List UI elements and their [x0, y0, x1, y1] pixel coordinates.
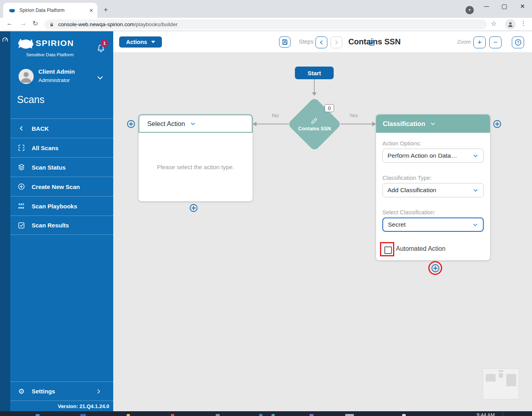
select-classification-label: Select Classification: [382, 209, 435, 216]
add-node-below-select-action-button[interactable] [189, 203, 198, 213]
minimap-select-action-node [486, 374, 496, 382]
add-node-left-button[interactable] [126, 119, 136, 129]
minimap-classification-node [506, 374, 516, 386]
playbook-canvas[interactable]: Start No Yes Cont [113, 53, 532, 411]
taskbar-icon[interactable] [127, 414, 130, 416]
chevron-down-icon [473, 187, 479, 193]
taskbar-separator [503, 412, 503, 416]
notification-badge: 1 [101, 39, 108, 47]
chevron-down-icon [472, 222, 478, 228]
sidebar: SPIRION Sensitive Data Platform 1 Client… [10, 31, 113, 411]
taskbar-icon[interactable] [36, 414, 40, 416]
spirion-lynx-logo-icon [17, 38, 35, 50]
app-page: SPIRION Sensitive Data Platform 1 Client… [0, 31, 532, 411]
taskbar-clock: 9:44 AM [477, 412, 495, 416]
bookmark-star-icon[interactable]: ☆ [491, 20, 496, 27]
pencil-icon [311, 117, 318, 124]
user-menu[interactable]: Client Admin Administrator [10, 67, 113, 89]
version-label: Version: 21.Q4.1.24.0 [10, 401, 113, 411]
os-taskbar[interactable]: 9:44 AM [0, 411, 532, 416]
sidebar-item-scan-results[interactable]: Scan Results [10, 216, 113, 235]
taskbar-icon[interactable] [402, 414, 406, 416]
select-action-card: Select Action Please select the action t… [139, 114, 253, 201]
gear-icon: ⚙ [17, 387, 26, 396]
layers-icon [17, 163, 26, 172]
automated-action-label: Automated Action [396, 245, 445, 252]
action-options-select[interactable]: Perform Action on Data… [382, 149, 484, 163]
media-controls-icon[interactable]: ▼ [466, 6, 474, 14]
browser-tab[interactable]: Spirion Data Platform ✕ [3, 3, 97, 18]
action-options-label: Action Options: [382, 140, 421, 147]
taskbar-icon[interactable] [80, 414, 86, 416]
zoom-label: Zoom [457, 39, 471, 45]
sidebar-item-create-new-scan[interactable]: Create New Scan [10, 177, 113, 196]
url-text: console-web.newqa-spirion.com/playbooks/… [58, 21, 178, 27]
window-minimize-button[interactable]: — [481, 2, 492, 10]
select-action-placeholder: Please select the action type. [157, 164, 234, 170]
section-title: Scans [17, 94, 44, 105]
svg-text:?: ? [517, 40, 519, 44]
browser-back-button[interactable]: ← [6, 19, 13, 27]
classification-type-label: Classification Type: [382, 175, 432, 181]
arrowhead-down [312, 92, 317, 96]
main-area: Actions Steps Contains SSN Zoom [113, 31, 532, 411]
sidebar-item-back[interactable]: BACK [10, 118, 113, 138]
taskbar-icon[interactable] [171, 414, 174, 416]
sidebar-item-settings[interactable]: ⚙ Settings [10, 382, 113, 401]
taskbar-icon[interactable] [272, 414, 275, 416]
brand-tagline: Sensitive Data Platform [26, 52, 74, 57]
decision-count-badge: 0 [325, 104, 334, 112]
window-close-button[interactable]: ✕ [517, 2, 528, 10]
browser-forward-button[interactable]: → [20, 19, 27, 27]
add-node-below-classification-button[interactable] [431, 263, 440, 273]
canvas-minimap[interactable] [483, 368, 519, 399]
actions-button[interactable]: Actions [119, 36, 162, 48]
help-button[interactable]: ? [512, 36, 524, 48]
playbook-strategy-icon [17, 202, 26, 210]
zoom-out-button[interactable]: − [489, 36, 502, 48]
taskbar-icon[interactable] [345, 414, 354, 416]
plus-circle-icon [17, 182, 26, 191]
zoom-in-button[interactable]: + [473, 36, 486, 48]
sidebar-item-scan-status[interactable]: Scan Status [10, 157, 113, 177]
taskbar-icon[interactable] [216, 414, 220, 416]
annotation-highlight-circle [428, 261, 442, 275]
start-node[interactable]: Start [295, 67, 334, 79]
edit-title-icon[interactable] [368, 39, 376, 46]
browser-menu-icon[interactable]: ⋮ [520, 19, 526, 27]
browser-url-bar: ← → ↻ console-web.newqa-spirion.com/play… [0, 18, 532, 31]
window-maximize-button[interactable]: ▢ [498, 2, 510, 10]
brand-name: SPIRION [36, 38, 74, 48]
annotation-highlight-box [380, 242, 394, 256]
brand-block: SPIRION Sensitive Data Platform 1 [10, 36, 113, 60]
caret-down-icon [151, 41, 155, 43]
user-chevron-down-icon[interactable] [96, 73, 104, 82]
address-input[interactable]: console-web.newqa-spirion.com/playbooks/… [44, 19, 487, 29]
lock-icon [49, 22, 54, 27]
classification-header-dropdown[interactable]: Classification [376, 114, 490, 133]
screen: Spirion Data Platform ✕ + ▼ — ▢ ✕ ← → ↻ … [0, 0, 532, 416]
connector-no-branch [256, 124, 289, 124]
classification-type-select[interactable]: Add Classification [382, 183, 484, 197]
tab-close-icon[interactable]: ✕ [89, 8, 93, 13]
taskbar-icon[interactable] [310, 414, 314, 416]
user-role: Administrator [38, 77, 70, 83]
arrowhead-right [372, 122, 376, 126]
builder-toolbar: Actions Steps Contains SSN Zoom [113, 31, 532, 53]
browser-refresh-button[interactable]: ↻ [32, 19, 38, 28]
taskbar-icon[interactable] [259, 414, 262, 416]
chevron-down-icon [430, 121, 436, 127]
new-tab-button[interactable]: + [104, 6, 108, 13]
add-node-right-button[interactable] [492, 119, 502, 129]
save-button[interactable] [279, 36, 291, 48]
branch-label-yes: Yes [349, 113, 358, 118]
gauge-icon[interactable] [1, 36, 9, 44]
chevron-left-icon [17, 124, 26, 133]
sidebar-item-all-scans[interactable]: All Scans [10, 138, 113, 157]
sidebar-item-scan-playbooks[interactable]: Scan Playbooks [10, 196, 113, 216]
automated-action-checkbox[interactable] [384, 246, 392, 254]
select-classification-select[interactable]: Secret [382, 218, 484, 232]
chevron-down-icon [473, 153, 479, 159]
select-action-dropdown[interactable]: Select Action [139, 114, 253, 133]
browser-profile-avatar[interactable] [505, 19, 516, 30]
